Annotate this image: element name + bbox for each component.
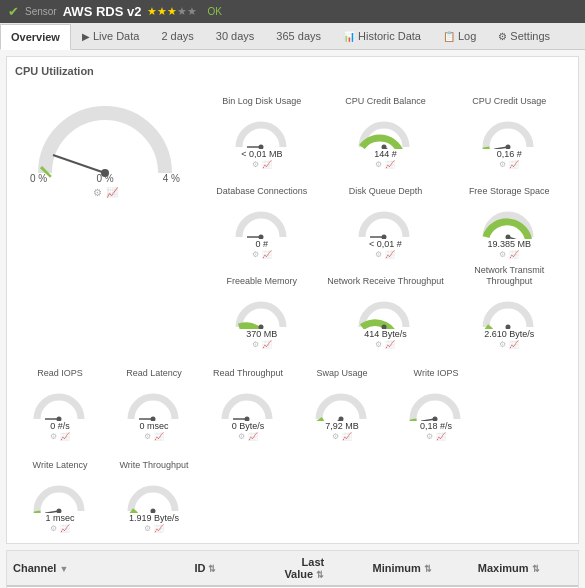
small-gauge-label: Network Receive Throughput xyxy=(327,265,443,287)
tab-log[interactable]: 📋 Log xyxy=(432,23,487,49)
gauge-settings-icon[interactable]: ⚙ xyxy=(332,432,339,441)
tab-overview[interactable]: Overview xyxy=(0,24,71,50)
row-gauges: Read IOPS0 #/s⚙📈Read Latency0 msec⚙📈Read… xyxy=(15,355,570,443)
small-gauge-item: Database Connections0 #⚙📈 xyxy=(201,173,323,261)
gauge-chart-icon[interactable]: 📈 xyxy=(509,160,519,169)
gauge-panel: CPU Utilization 0 % 0 % 4 % ⚙ 📈 xyxy=(6,56,579,544)
gauge-big-chart-icon[interactable]: 📈 xyxy=(106,187,118,198)
small-gauge-label: Freeable Memory xyxy=(227,265,298,287)
gauge-settings-icon[interactable]: ⚙ xyxy=(50,432,57,441)
small-gauge-label: CPU Credit Usage xyxy=(472,85,546,107)
cpu-gauge-big: 0 % 0 % 4 % ⚙ 📈 xyxy=(15,83,195,351)
gauge-settings-icon[interactable]: ⚙ xyxy=(252,340,259,349)
small-gauge-label: Free Storage Space xyxy=(469,175,550,197)
small-gauge-item: CPU Credit Usage0,16 #⚙📈 xyxy=(448,83,570,171)
small-gauge-value: 19.385 MB xyxy=(487,239,531,249)
small-gauge-label: Bin Log Disk Usage xyxy=(222,85,301,107)
gauge-min-label: 0 % xyxy=(30,173,47,184)
gauge-settings-icon[interactable]: ⚙ xyxy=(252,160,259,169)
svg-line-0 xyxy=(53,155,105,173)
small-gauge-value: 7,92 MB xyxy=(325,421,359,431)
small-gauge-label: Write Latency xyxy=(33,449,88,471)
gauge-settings-icon[interactable]: ⚙ xyxy=(499,160,506,169)
th-min-label: Minimum xyxy=(373,562,421,574)
gauge-chart-icon[interactable]: 📈 xyxy=(385,160,395,169)
th-channel-label: Channel xyxy=(13,562,56,574)
gauge-settings-icon[interactable]: ⚙ xyxy=(499,340,506,349)
gauge-settings-icon[interactable]: ⚙ xyxy=(375,250,382,259)
th-id[interactable]: ID ⇅ xyxy=(169,551,223,586)
gauge-settings-icon[interactable]: ⚙ xyxy=(499,250,506,259)
small-gauge-label: Network Transmit Throughput xyxy=(450,265,568,287)
gauge-chart-icon[interactable]: 📈 xyxy=(60,524,70,533)
gauge-big-edit-icon[interactable]: ⚙ xyxy=(93,187,102,198)
th-channel[interactable]: Channel ▼ xyxy=(7,551,169,586)
gauge-settings-icon[interactable]: ⚙ xyxy=(375,160,382,169)
small-gauge-svg xyxy=(311,379,373,421)
gauge-chart-icon[interactable]: 📈 xyxy=(385,340,395,349)
small-gauge-svg xyxy=(405,379,467,421)
tab-live-data[interactable]: ▶ Live Data xyxy=(71,23,150,49)
tab-log-label: Log xyxy=(458,30,476,42)
small-gauge-value: 0 # xyxy=(256,239,269,249)
gauge-settings-icon[interactable]: ⚙ xyxy=(252,250,259,259)
gauge-chart-icon[interactable]: 📈 xyxy=(248,432,258,441)
tab-historic[interactable]: 📊 Historic Data xyxy=(332,23,432,49)
gauge-settings-icon[interactable]: ⚙ xyxy=(144,524,151,533)
gauge-chart-icon[interactable]: 📈 xyxy=(60,432,70,441)
tab-30days[interactable]: 30 days xyxy=(205,23,266,49)
gauge-settings-icon[interactable]: ⚙ xyxy=(238,432,245,441)
th-action xyxy=(546,551,578,586)
tab-365days[interactable]: 365 days xyxy=(265,23,332,49)
small-gauge-value: 0,18 #/s xyxy=(420,421,452,431)
gauge-chart-icon[interactable]: 📈 xyxy=(154,432,164,441)
gauge-chart-icon[interactable]: 📈 xyxy=(436,432,446,441)
small-gauge-label: Read Latency xyxy=(126,357,182,379)
small-gauge-value: 1 msec xyxy=(45,513,74,523)
small-gauge-value: 144 # xyxy=(374,149,397,159)
th-last[interactable]: LastValue ⇅ xyxy=(222,551,330,586)
sort-last-icon: ⇅ xyxy=(316,570,324,580)
small-gauge-item: CPU Credit Balance144 #⚙📈 xyxy=(325,83,447,171)
small-gauge-item: Read IOPS0 #/s⚙📈 xyxy=(15,355,105,443)
gauge-chart-icon[interactable]: 📈 xyxy=(154,524,164,533)
live-data-icon: ▶ xyxy=(82,31,90,42)
gauge-chart-icon[interactable]: 📈 xyxy=(262,250,272,259)
tab-live-data-label: Live Data xyxy=(93,30,139,42)
small-gauge-label: Database Connections xyxy=(216,175,307,197)
gauge-chart-icon[interactable]: 📈 xyxy=(262,340,272,349)
gauge-chart-icon[interactable]: 📈 xyxy=(385,250,395,259)
gauge-settings-icon[interactable]: ⚙ xyxy=(144,432,151,441)
tab-2days[interactable]: 2 days xyxy=(150,23,204,49)
small-gauge-svg xyxy=(354,107,416,149)
small-gauge-item: Swap Usage7,92 MB⚙📈 xyxy=(297,355,387,443)
small-gauge-value: < 0,01 MB xyxy=(241,149,282,159)
gauge-chart-icon[interactable]: 📈 xyxy=(509,250,519,259)
row-gauges2: Write Latency1 msec⚙📈Write Throughput1.9… xyxy=(15,447,570,535)
small-gauge-item: Write Throughput1.919 Byte/s⚙📈 xyxy=(109,447,199,535)
sort-channel-icon: ▼ xyxy=(59,564,68,574)
gauge-settings-icon[interactable]: ⚙ xyxy=(426,432,433,441)
tab-settings[interactable]: ⚙ Settings xyxy=(487,23,561,49)
th-max[interactable]: Maximum ⇅ xyxy=(438,551,546,586)
small-gauge-value: 0 Byte/s xyxy=(232,421,265,431)
small-gauge-item: Freeable Memory370 MB⚙📈 xyxy=(201,263,323,351)
settings-icon: ⚙ xyxy=(498,31,507,42)
small-gauge-value: 414 Byte/s xyxy=(364,329,407,339)
gauge-chart-icon[interactable]: 📈 xyxy=(262,160,272,169)
gauge-settings-icon[interactable]: ⚙ xyxy=(50,524,57,533)
small-gauge-item: Write IOPS0,18 #/s⚙📈 xyxy=(391,355,481,443)
small-gauge-label: Disk Queue Depth xyxy=(349,175,423,197)
gauge-settings-icon[interactable]: ⚙ xyxy=(375,340,382,349)
small-gauge-label: Write Throughput xyxy=(119,449,188,471)
small-gauge-value: 2.610 Byte/s xyxy=(484,329,534,339)
small-gauge-value: 0 msec xyxy=(139,421,168,431)
th-id-label: ID xyxy=(194,562,205,574)
gauge-mid-label: 0 % xyxy=(96,173,113,184)
small-gauge-value: < 0,01 # xyxy=(369,239,402,249)
small-gauge-svg xyxy=(231,107,293,149)
gauge-chart-icon[interactable]: 📈 xyxy=(342,432,352,441)
gauge-chart-icon[interactable]: 📈 xyxy=(509,340,519,349)
th-min[interactable]: Minimum ⇅ xyxy=(330,551,438,586)
status-badge: OK xyxy=(207,6,221,17)
